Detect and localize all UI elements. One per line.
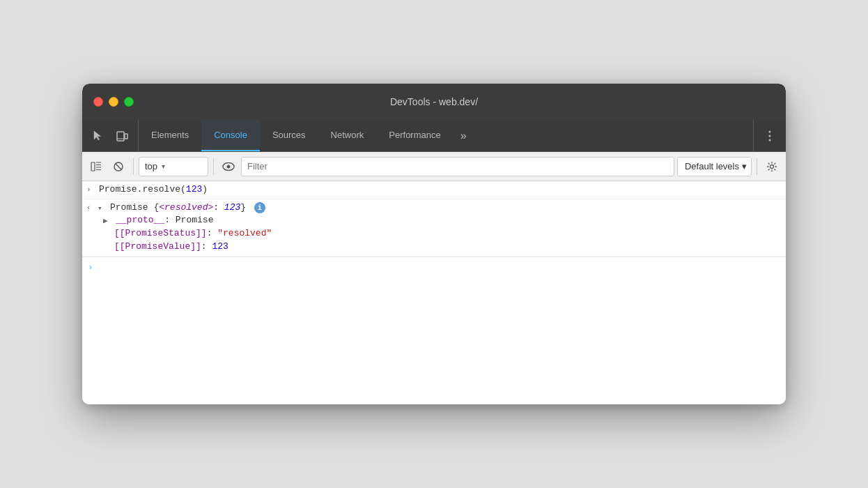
proto-arrow[interactable]: ▶ xyxy=(103,216,113,225)
device-toolbar-button[interactable] xyxy=(111,125,132,146)
console-input[interactable] xyxy=(98,261,780,273)
promise-status-line: [[PromiseStatus]]: "resolved" xyxy=(86,227,780,240)
toolbar-divider-3 xyxy=(757,158,757,175)
more-tabs-button[interactable]: » xyxy=(454,120,474,151)
entry-2-expand-arrow[interactable]: ▾ xyxy=(98,204,107,213)
device-icon xyxy=(116,130,128,142)
context-arrow: ▾ xyxy=(162,162,165,170)
svg-point-3 xyxy=(769,130,771,132)
entry-1-content: Promise.resolve(123) xyxy=(99,184,780,195)
settings-button[interactable] xyxy=(762,157,782,176)
tab-bar-icons xyxy=(82,120,139,151)
vertical-dots-icon xyxy=(768,130,771,142)
promise-label: Promise xyxy=(110,202,153,213)
info-badge[interactable]: i xyxy=(254,202,265,213)
entry-2-back-arrow[interactable]: ‹ xyxy=(86,204,96,212)
svg-point-5 xyxy=(769,139,771,141)
tab-console[interactable]: Console xyxy=(201,120,260,151)
gear-icon xyxy=(766,161,777,172)
block-icon xyxy=(113,161,124,172)
title-bar: DevTools - web.dev/ xyxy=(82,84,786,120)
svg-rect-0 xyxy=(117,132,124,141)
svg-line-12 xyxy=(116,163,122,169)
devtools-window: DevTools - web.dev/ Elements xyxy=(82,84,786,404)
promise-value-line: [[PromiseValue]]: 123 xyxy=(86,240,780,253)
console-toolbar: top ▾ Default levels ▾ xyxy=(82,152,786,181)
eye-button[interactable] xyxy=(219,157,238,176)
console-output: › Promise.resolve(123) ‹ ▾ Promise {<res… xyxy=(82,181,786,404)
close-button[interactable] xyxy=(93,97,103,107)
context-selector[interactable]: top ▾ xyxy=(139,157,208,176)
toolbar-divider-1 xyxy=(133,158,134,175)
svg-rect-6 xyxy=(91,162,95,171)
maximize-button[interactable] xyxy=(124,97,134,107)
tab-bar-menu xyxy=(753,120,786,151)
sidebar-icon xyxy=(91,161,102,172)
inspect-element-button[interactable] xyxy=(88,125,109,146)
main-tabs: Elements Console Sources Network Perform… xyxy=(139,120,753,151)
input-prompt: › xyxy=(88,262,93,273)
toolbar-divider-2 xyxy=(213,158,214,175)
levels-arrow: ▾ xyxy=(742,161,747,171)
block-requests-button[interactable] xyxy=(109,157,128,176)
svg-point-4 xyxy=(769,135,771,137)
clear-console-button[interactable] xyxy=(86,157,106,176)
entry-2-content: Promise {<resolved>: 123} i xyxy=(110,202,780,213)
eye-icon xyxy=(222,162,235,171)
minimize-button[interactable] xyxy=(109,97,118,107)
tab-elements[interactable]: Elements xyxy=(139,120,201,151)
svg-point-15 xyxy=(770,165,774,168)
devtools-menu-button[interactable] xyxy=(759,125,780,146)
svg-rect-1 xyxy=(125,134,127,139)
cursor-icon xyxy=(92,130,104,142)
tab-sources[interactable]: Sources xyxy=(260,120,318,151)
tab-network[interactable]: Network xyxy=(318,120,377,151)
window-title: DevTools - web.dev/ xyxy=(390,96,478,107)
console-input-line: › xyxy=(82,257,786,277)
entry-1-text: Promise.resolve( xyxy=(99,184,186,195)
tab-performance[interactable]: Performance xyxy=(376,120,453,151)
filter-input[interactable] xyxy=(241,157,674,176)
console-entry-2: ‹ ▾ Promise {<resolved>: 123} i ▶ __prot… xyxy=(82,199,786,257)
levels-dropdown[interactable]: Default levels ▾ xyxy=(677,157,752,176)
console-entry-1: › Promise.resolve(123) xyxy=(82,181,786,199)
proto-line: ▶ __proto__: Promise xyxy=(86,213,780,227)
entry-1-arrow[interactable]: › xyxy=(86,185,96,194)
traffic-lights xyxy=(93,97,134,107)
tab-bar: Elements Console Sources Network Perform… xyxy=(82,120,786,152)
svg-point-14 xyxy=(227,165,231,168)
